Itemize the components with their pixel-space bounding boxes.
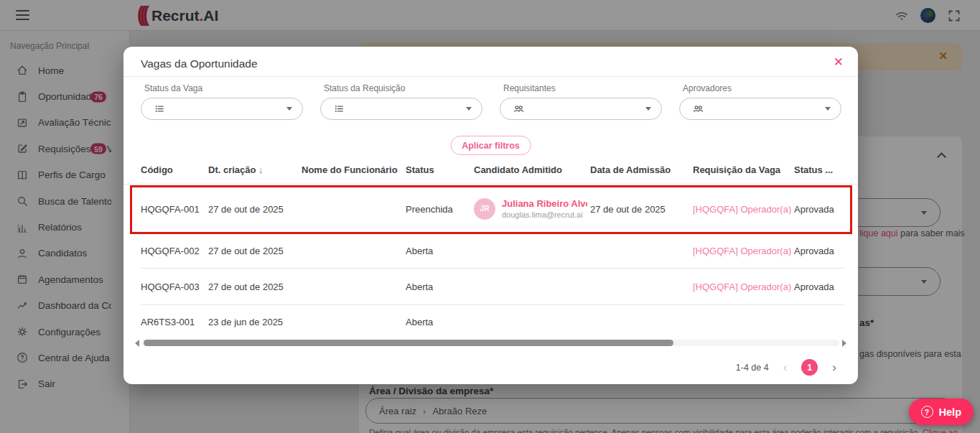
people-icon bbox=[692, 103, 704, 115]
divider bbox=[123, 76, 858, 77]
table-row[interactable]: HQGQFA-001 27 de out de 2025 Preenchida … bbox=[141, 185, 844, 233]
candidate-avatar: JR bbox=[474, 198, 495, 220]
modal-title: Vagas da Oportunidade bbox=[141, 57, 258, 70]
col-status-truncado[interactable]: Status ... bbox=[794, 164, 844, 175]
scroll-left-icon[interactable] bbox=[135, 340, 139, 347]
sort-desc-icon[interactable]: ↓ bbox=[258, 164, 263, 175]
list-icon bbox=[333, 103, 345, 115]
people-icon bbox=[513, 103, 525, 115]
status-da-requisicao-select[interactable] bbox=[320, 98, 482, 120]
table-row[interactable]: AR6TS3-001 23 de jun de 2025 Aberta bbox=[141, 305, 844, 338]
requisicao-link[interactable]: [HQGQFA] Operador(a) de C bbox=[693, 246, 791, 256]
scroll-right-icon[interactable] bbox=[842, 340, 846, 347]
filter-aprovadores: Aprovadores bbox=[679, 83, 841, 120]
requisitantes-select[interactable] bbox=[500, 98, 662, 120]
table-row[interactable]: HQGQFA-002 27 de out de 2025 Aberta [HQG… bbox=[141, 233, 844, 269]
aprovadores-select[interactable] bbox=[679, 98, 841, 120]
aplicar-filtros-button[interactable]: Aplicar filtros bbox=[450, 136, 531, 155]
filter-status-da-requisicao: Status da Requisição bbox=[320, 83, 482, 120]
app-screen: (((Recrut.AI Navegação Principal Home Op… bbox=[0, 0, 980, 433]
candidate-name-link[interactable]: Juliana Ribeiro Alves bbox=[502, 198, 587, 209]
col-codigo[interactable]: Código bbox=[141, 164, 205, 175]
chevron-down-icon bbox=[466, 107, 472, 111]
table-row[interactable]: HQGQFA-003 27 de out de 2025 Aberta [HQG… bbox=[141, 269, 844, 305]
col-dt-criacao[interactable]: Dt. criação ↓ bbox=[208, 164, 299, 175]
table-header: Código Dt. criação ↓ Nome do Funcionário… bbox=[141, 164, 844, 184]
col-nome-funcionario[interactable]: Nome do Funcionário bbox=[302, 164, 403, 175]
admitted-candidate: JR Juliana Ribeiro Alves douglas.lima@re… bbox=[474, 198, 587, 220]
scrollbar-thumb[interactable] bbox=[144, 340, 673, 346]
status-da-vaga-select[interactable] bbox=[141, 98, 303, 120]
scrollbar-track[interactable] bbox=[142, 340, 839, 346]
chevron-down-icon bbox=[645, 107, 651, 111]
next-page-icon[interactable]: › bbox=[832, 360, 836, 375]
requisicao-link[interactable]: [HQGQFA] Operador(a) de C bbox=[693, 203, 791, 214]
close-icon[interactable]: ✕ bbox=[834, 55, 844, 70]
pagination-range: 1-4 de 4 bbox=[736, 363, 769, 373]
current-page-button[interactable]: 1 bbox=[801, 359, 818, 376]
candidate-email: douglas.lima@recrut.ai bbox=[502, 210, 583, 219]
chevron-down-icon bbox=[825, 107, 831, 111]
horizontal-scrollbar bbox=[135, 338, 846, 348]
filter-status-da-vaga: Status da Vaga bbox=[141, 83, 303, 120]
col-candidato-admitido[interactable]: Candidato Admitido bbox=[474, 164, 587, 175]
col-requisicao-da-vaga[interactable]: Requisição da Vaga bbox=[693, 164, 791, 175]
prev-page-icon[interactable]: ‹ bbox=[783, 360, 788, 375]
help-icon: ? bbox=[921, 406, 933, 418]
list-icon bbox=[154, 103, 166, 115]
help-button[interactable]: ? Help bbox=[909, 399, 974, 425]
col-data-admissao[interactable]: Data de Admissão bbox=[590, 164, 690, 175]
chevron-down-icon bbox=[286, 107, 292, 111]
col-status[interactable]: Status bbox=[406, 164, 471, 175]
vagas-modal: Vagas da Oportunidade ✕ Status da Vaga S… bbox=[123, 47, 858, 384]
filter-requisitantes: Requisitantes bbox=[500, 83, 662, 120]
pagination: 1-4 de 4 ‹ 1 › bbox=[736, 359, 836, 376]
requisicao-link[interactable]: [HQGQFA] Operador(a) de C bbox=[693, 281, 791, 292]
